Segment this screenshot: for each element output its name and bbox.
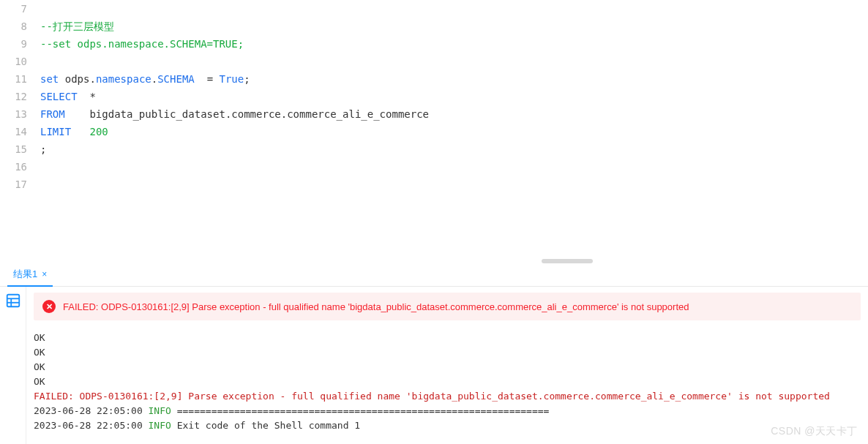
line-number: 11 bbox=[0, 70, 27, 88]
line-number: 13 bbox=[0, 105, 27, 123]
line-number: 12 bbox=[0, 88, 27, 105]
code-line[interactable]: ; bbox=[40, 140, 868, 158]
code-line[interactable] bbox=[40, 158, 868, 176]
log-line: 2023-06-28 22:05:00 INFO Exit code of th… bbox=[34, 418, 861, 433]
tab-label: 结果1 bbox=[13, 268, 37, 281]
log-line: FAILED: ODPS-0130161:[2,9] Parse excepti… bbox=[34, 389, 861, 404]
results-sidebar bbox=[0, 287, 26, 444]
log-line: 2023-06-28 22:05:00 INFO ===============… bbox=[34, 404, 861, 418]
code-content[interactable]: --打开三层模型--set odps.namespace.SCHEMA=TRUE… bbox=[40, 0, 868, 263]
code-line[interactable] bbox=[40, 0, 868, 18]
results-icon[interactable] bbox=[5, 293, 21, 309]
code-line[interactable]: LIMIT 200 bbox=[40, 123, 868, 140]
code-line[interactable]: --打开三层模型 bbox=[40, 18, 868, 35]
error-message: FAILED: ODPS-0130161:[2,9] Parse excepti… bbox=[63, 301, 689, 312]
line-gutter: 7891011121314151617 bbox=[0, 0, 40, 263]
log-line: OK bbox=[34, 360, 861, 375]
results-body: ✕ FAILED: ODPS-0130161:[2,9] Parse excep… bbox=[26, 287, 868, 444]
log-line: OK bbox=[34, 331, 861, 345]
code-line[interactable]: set odps.namespace.SCHEMA = True; bbox=[40, 70, 868, 88]
code-line[interactable]: FROM bigdata_public_dataset.commerce.com… bbox=[40, 105, 868, 123]
code-line[interactable]: SELECT * bbox=[40, 88, 868, 105]
code-line[interactable] bbox=[40, 176, 868, 193]
line-number: 16 bbox=[0, 158, 27, 176]
log-line: OK bbox=[34, 345, 861, 360]
results-panel: ✕ FAILED: ODPS-0130161:[2,9] Parse excep… bbox=[0, 287, 868, 444]
line-number: 9 bbox=[0, 35, 27, 53]
line-number: 17 bbox=[0, 176, 27, 193]
log-output: OKOKOKOKFAILED: ODPS-0130161:[2,9] Parse… bbox=[34, 331, 861, 433]
error-icon: ✕ bbox=[42, 300, 56, 313]
line-number: 14 bbox=[0, 123, 27, 140]
line-number: 15 bbox=[0, 140, 27, 158]
results-tabs: 结果1 × bbox=[0, 263, 868, 287]
tab-result-1[interactable]: 结果1 × bbox=[7, 263, 53, 287]
line-number: 10 bbox=[0, 53, 27, 70]
line-number: 7 bbox=[0, 0, 27, 18]
line-number: 8 bbox=[0, 18, 27, 35]
log-line: OK bbox=[34, 375, 861, 389]
close-icon[interactable]: × bbox=[42, 269, 47, 279]
code-line[interactable] bbox=[40, 53, 868, 70]
code-editor[interactable]: 7891011121314151617 --打开三层模型--set odps.n… bbox=[0, 0, 868, 263]
error-banner: ✕ FAILED: ODPS-0130161:[2,9] Parse excep… bbox=[34, 293, 861, 320]
horizontal-scroll-thumb[interactable] bbox=[542, 259, 593, 263]
svg-rect-0 bbox=[7, 295, 19, 307]
error-icon-glyph: ✕ bbox=[46, 302, 53, 312]
code-line[interactable]: --set odps.namespace.SCHEMA=TRUE; bbox=[40, 35, 868, 53]
